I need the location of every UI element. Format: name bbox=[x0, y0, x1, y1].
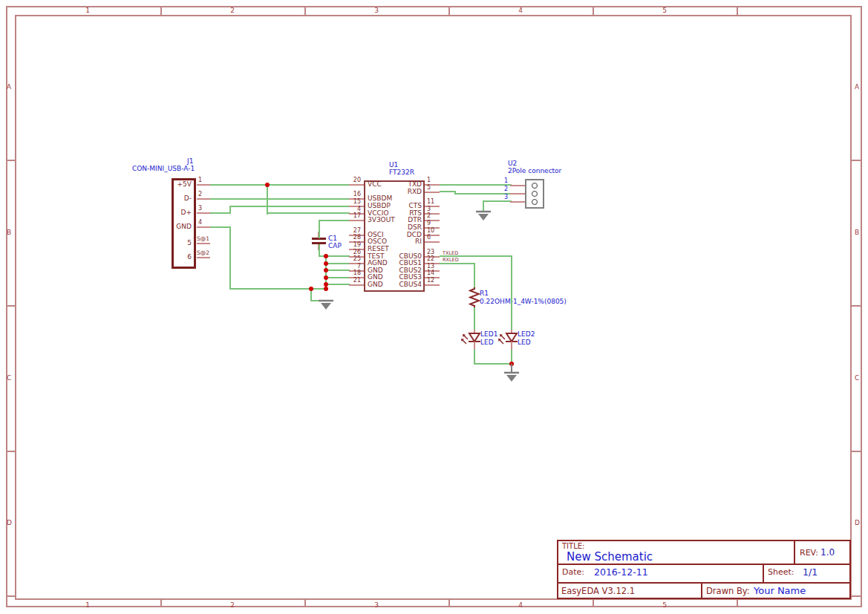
title-block-divider bbox=[701, 582, 702, 599]
j1-pin-stub[interactable] bbox=[197, 198, 210, 200]
u1-pin-number: 28 bbox=[328, 234, 361, 241]
u2-pin-number: 3 bbox=[492, 194, 508, 201]
frame-tick bbox=[593, 6, 594, 15]
frame-row-label: C bbox=[7, 374, 14, 382]
u1-pin-stub[interactable] bbox=[425, 241, 440, 243]
net-label[interactable]: TXLED bbox=[443, 250, 475, 256]
j1-pin-name: 5 bbox=[138, 239, 192, 247]
u2-pin-stub[interactable] bbox=[510, 201, 525, 203]
r1-value[interactable]: 0.22OHM-1_4W-1%(0805) bbox=[480, 298, 567, 306]
u1-pin-number: 12 bbox=[427, 277, 446, 284]
junction-dot bbox=[309, 287, 313, 291]
j1-pin-name: D- bbox=[138, 195, 192, 203]
u2-value[interactable]: 2Pole connector bbox=[508, 167, 561, 175]
j1-pin-stub[interactable] bbox=[197, 257, 210, 258]
u2-pin-stub[interactable] bbox=[510, 185, 525, 186]
frame-column-label: 2 bbox=[218, 601, 247, 610]
ground-symbol[interactable] bbox=[503, 371, 521, 383]
frame-row-label: C bbox=[855, 374, 862, 382]
wire[interactable] bbox=[210, 226, 231, 228]
frame-row-label: D bbox=[855, 519, 862, 527]
u1-pin-number: 25 bbox=[328, 255, 361, 263]
net-label[interactable]: RXLED bbox=[443, 257, 475, 263]
j1-pin-name: +5V bbox=[138, 180, 192, 189]
led-symbol[interactable] bbox=[497, 330, 520, 350]
rev-value[interactable]: 1.0 bbox=[820, 547, 835, 558]
u1-pin-number: 6 bbox=[427, 234, 446, 241]
junction-dot bbox=[265, 183, 270, 187]
r1-refdes[interactable]: R1 bbox=[480, 290, 489, 298]
frame-tick bbox=[6, 160, 15, 161]
u1-pin-number: 14 bbox=[427, 270, 446, 277]
u1-value[interactable]: FT232R bbox=[389, 169, 414, 177]
wire[interactable] bbox=[474, 349, 475, 365]
schematic-sheet: J1 CON-MINI_USB-A-1 U1 FT232R U2 2Pole c… bbox=[0, 0, 868, 614]
drawn-by-value[interactable]: Your Name bbox=[754, 585, 806, 596]
frame-row-label: B bbox=[855, 229, 862, 237]
j1-pin-stub[interactable] bbox=[197, 184, 210, 186]
u1-pin-number: 2 bbox=[427, 212, 446, 220]
u2-pin-stub[interactable] bbox=[510, 193, 525, 195]
led1-refdes[interactable]: LED1 bbox=[480, 330, 497, 339]
u1-pin-stub[interactable] bbox=[349, 220, 364, 221]
led2-refdes[interactable]: LED2 bbox=[518, 330, 535, 339]
wire[interactable] bbox=[210, 184, 350, 186]
j1-pin-number: 2 bbox=[198, 191, 215, 198]
u1-pin-number: 18 bbox=[328, 270, 361, 277]
u1-pin-name: RXD bbox=[368, 188, 422, 196]
u1-pin-stub[interactable] bbox=[425, 192, 440, 193]
sheet-value[interactable]: 1/1 bbox=[803, 566, 818, 578]
j1-pin-name: D+ bbox=[138, 209, 192, 217]
resistor-symbol[interactable] bbox=[469, 287, 480, 307]
led-symbol[interactable] bbox=[460, 330, 483, 350]
ground-stub bbox=[511, 364, 512, 372]
wire[interactable] bbox=[319, 220, 350, 221]
frame-column-label: 1 bbox=[73, 7, 102, 15]
u1-pin-stub[interactable] bbox=[425, 284, 440, 286]
u1-pin-stub[interactable] bbox=[349, 184, 364, 186]
frame-column-label: 3 bbox=[362, 601, 391, 610]
wire[interactable] bbox=[483, 200, 484, 211]
j1-value[interactable]: CON-MINI_USB-A-1 bbox=[132, 165, 195, 173]
u1-pin-number: 21 bbox=[328, 277, 361, 284]
j1-pin-stub[interactable] bbox=[197, 243, 210, 244]
title-block-divider bbox=[794, 540, 795, 565]
j1-pin-stub[interactable] bbox=[197, 212, 210, 214]
u1-pin-number: 17 bbox=[328, 212, 361, 220]
u1-pin-name: RI bbox=[368, 238, 422, 246]
ground-symbol[interactable] bbox=[317, 299, 335, 311]
date-value[interactable]: 2016-12-11 bbox=[594, 566, 648, 578]
frame-column-label: 3 bbox=[362, 7, 391, 15]
frame-inner-border bbox=[15, 15, 852, 600]
wire[interactable] bbox=[474, 307, 475, 330]
frame-column-label: 2 bbox=[218, 7, 247, 15]
frame-tick bbox=[6, 451, 15, 452]
ground-symbol[interactable] bbox=[474, 210, 492, 222]
wire[interactable] bbox=[511, 255, 512, 330]
title-block-divider bbox=[557, 582, 851, 584]
frame-row-label: B bbox=[7, 229, 14, 237]
j1-pin-number: 4 bbox=[198, 219, 215, 226]
u1-pin-stub[interactable] bbox=[349, 284, 364, 286]
wire[interactable] bbox=[229, 226, 231, 290]
u2-pin-number: 1 bbox=[492, 177, 508, 185]
frame-tick bbox=[737, 600, 738, 607]
title-block-divider bbox=[763, 564, 764, 584]
wire[interactable] bbox=[319, 220, 320, 238]
frame-column-label: 5 bbox=[650, 601, 679, 610]
j1-pin-stub[interactable] bbox=[197, 226, 210, 228]
u1-pin-number: 11 bbox=[427, 198, 446, 206]
schematic-title[interactable]: New Schematic bbox=[567, 551, 653, 564]
u1-pin-number: 20 bbox=[328, 177, 361, 184]
j1-pin-number: S@1 bbox=[197, 235, 221, 243]
frame-column-label: 4 bbox=[506, 601, 535, 610]
wire[interactable] bbox=[474, 263, 475, 287]
wire[interactable] bbox=[474, 363, 512, 365]
u2-pad-circle bbox=[532, 183, 538, 189]
wire[interactable] bbox=[210, 212, 231, 214]
u2-pin-number: 2 bbox=[492, 186, 508, 193]
frame-column-label: 1 bbox=[73, 601, 102, 610]
u2-pad-circle bbox=[532, 191, 538, 197]
u1-pin-number: 5 bbox=[427, 184, 446, 192]
j1-pin-name: 6 bbox=[138, 253, 192, 261]
